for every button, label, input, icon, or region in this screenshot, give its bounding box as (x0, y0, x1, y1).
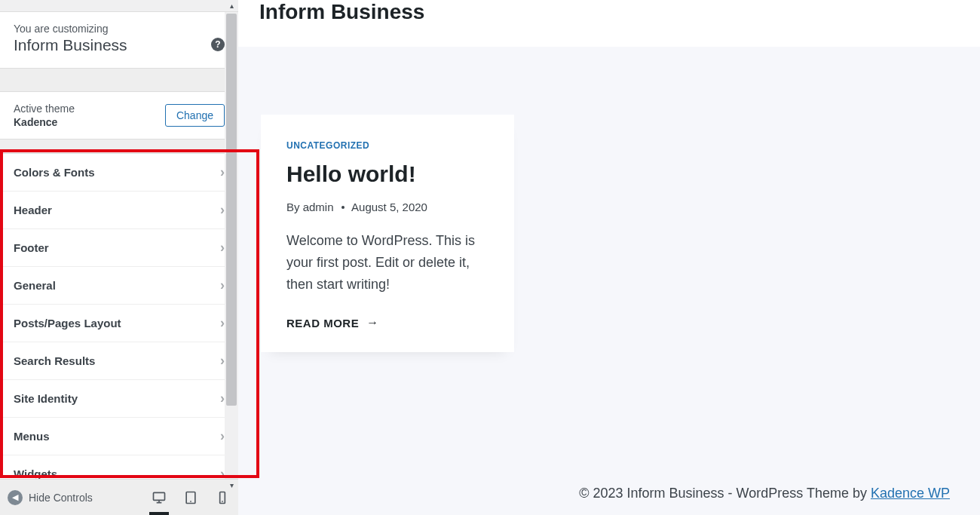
sidebar-top-strip (0, 0, 238, 12)
post-meta: By admin August 5, 2020 (286, 201, 488, 213)
menu-item-label: Footer (14, 241, 49, 254)
preview-header: Inform Business (238, 0, 980, 47)
hide-controls-label: Hide Controls (29, 492, 93, 504)
post-date: August 5, 2020 (351, 201, 427, 213)
meta-separator-icon (341, 206, 345, 209)
menu-item-label: Posts/Pages Layout (14, 317, 121, 330)
customizer-sidebar: You are customizing Inform Business ? Ac… (0, 0, 238, 515)
sidebar-scrollbar[interactable]: ▴ ▾ (225, 12, 238, 479)
footer-text: © 2023 Inform Business - WordPress Theme… (579, 486, 871, 501)
scrollbar-thumb[interactable] (226, 14, 237, 406)
scroll-up-icon: ▴ (225, 2, 238, 10)
customizer-menu-list: Colors & Fonts› Header› Footer› General›… (0, 153, 238, 479)
device-tablet-icon[interactable] (182, 489, 199, 506)
customizing-block: You are customizing Inform Business ? (0, 12, 238, 69)
device-desktop-icon[interactable] (151, 489, 167, 506)
hide-controls-button[interactable]: ◀ Hide Controls (8, 490, 93, 505)
arrow-right-icon: → (366, 316, 379, 330)
svg-rect-0 (154, 492, 165, 500)
site-title[interactable]: Inform Business (259, 0, 980, 24)
active-theme-label: Active theme (14, 103, 75, 115)
sidebar-gap (0, 69, 238, 91)
post-excerpt: Welcome to WordPress. This is your first… (286, 230, 488, 295)
menu-item-header[interactable]: Header› (0, 192, 238, 229)
footer-theme-link[interactable]: Kadence WP (871, 486, 950, 501)
post-category-link[interactable]: UNCATEGORIZED (286, 140, 488, 151)
site-preview: Inform Business UNCATEGORIZED Hello worl… (238, 0, 980, 515)
read-more-link[interactable]: READ MORE → (286, 316, 488, 330)
active-theme-name: Kadence (14, 116, 75, 128)
menu-item-footer[interactable]: Footer› (0, 229, 238, 267)
menu-item-widgets[interactable]: Widgets› (0, 455, 238, 479)
device-mobile-icon[interactable] (214, 489, 231, 506)
help-icon[interactable]: ? (211, 38, 225, 51)
menu-item-colors-fonts[interactable]: Colors & Fonts› (0, 153, 238, 192)
menu-item-label: General (14, 279, 56, 292)
menu-item-general[interactable]: General› (0, 267, 238, 305)
post-author[interactable]: By admin (286, 201, 334, 213)
post-title-link[interactable]: Hello world! (286, 161, 488, 187)
menu-item-label: Header (14, 204, 52, 216)
collapse-left-icon: ◀ (8, 490, 23, 505)
post-card: UNCATEGORIZED Hello world! By admin Augu… (261, 115, 514, 352)
active-theme-block: Active theme Kadence Change (0, 91, 238, 139)
preview-body: UNCATEGORIZED Hello world! By admin Augu… (238, 47, 980, 515)
read-more-label: READ MORE (286, 317, 359, 330)
section-gap (0, 139, 238, 153)
customizer-bottom-bar: ◀ Hide Controls (0, 479, 238, 515)
menu-item-site-identity[interactable]: Site Identity› (0, 380, 238, 418)
scroll-down-icon: ▾ (225, 481, 238, 489)
menu-item-posts-pages[interactable]: Posts/Pages Layout› (0, 305, 238, 342)
site-footer-credits: © 2023 Inform Business - WordPress Theme… (579, 486, 950, 501)
device-preview-switcher (151, 489, 231, 506)
change-theme-button[interactable]: Change (165, 104, 225, 127)
customizing-title: Inform Business (14, 36, 225, 54)
menu-item-label: Site Identity (14, 392, 78, 405)
menu-item-label: Widgets (14, 467, 57, 479)
menu-item-label: Colors & Fonts (14, 166, 95, 179)
menu-item-menus[interactable]: Menus› (0, 418, 238, 455)
menu-item-label: Menus (14, 430, 50, 443)
customizing-label: You are customizing (14, 23, 225, 35)
menu-item-label: Search Results (14, 354, 95, 367)
menu-item-search-results[interactable]: Search Results› (0, 342, 238, 380)
